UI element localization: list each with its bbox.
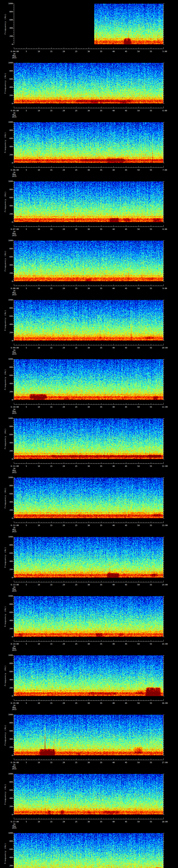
x-tick-mark: [14, 758, 14, 760]
x-tick-mark: [19, 404, 19, 404]
x-tick-mark: [103, 700, 104, 701]
y-tick-mark: [13, 479, 14, 480]
y-tick-mark: [13, 549, 14, 550]
x-tick-mark: [59, 582, 59, 582]
y-tick-mark: [13, 245, 14, 245]
y-tick-mark: [164, 833, 165, 833]
x-tick-mark: [128, 107, 129, 108]
y-tick-label: 1000: [5, 299, 13, 301]
y-tick-mark: [164, 596, 165, 596]
x-tick-mark: [134, 818, 134, 819]
y-tick-mark: [164, 435, 165, 435]
y-tick-mark: [164, 854, 164, 854]
y-tick-mark: [164, 103, 165, 104]
x-tick-label: 15: [50, 287, 52, 289]
x-tick-label: 40: [113, 702, 115, 704]
x-end-label: 16:00: [162, 702, 168, 704]
x-tick-mark: [98, 522, 99, 523]
x-tick-label: 20: [63, 51, 65, 53]
y-axis-title: Frequency (Hz): [4, 369, 6, 390]
x-tick-mark: [64, 166, 64, 167]
x-tick-mark: [91, 226, 91, 226]
x-tick-label: 30: [87, 406, 90, 408]
y-tick-mark: [13, 854, 14, 854]
x-tick-mark: [128, 345, 129, 345]
y-tick-label: 200: [5, 865, 13, 867]
x-axis-line: [14, 286, 164, 286]
x-tick-mark: [84, 226, 84, 226]
x-tick-mark: [98, 818, 99, 819]
y-tick-mark: [164, 145, 164, 145]
y-tick-mark: [164, 578, 165, 578]
spectrogram-plot: [14, 122, 164, 163]
x-tick-mark: [64, 284, 64, 286]
x-tick-mark: [51, 107, 52, 108]
x-tick-label: 35: [100, 821, 102, 823]
x-tick-mark: [16, 700, 17, 701]
x-tick-mark: [91, 107, 91, 108]
y-tick-label: 600: [5, 730, 13, 732]
y-axis-title: Frequency (Hz): [4, 665, 6, 686]
spectrogram-panel: Frequency (Hz) 02004006008001000 6:13:00…: [0, 537, 178, 596]
y-tick-mark: [13, 561, 14, 562]
y-tick-mark: [13, 596, 14, 596]
x-tick-mark: [91, 522, 91, 523]
y-tick-mark: [164, 692, 164, 692]
x-tick-mark: [109, 818, 109, 819]
x-tick-mark: [19, 463, 19, 464]
x-tick-mark: [153, 226, 154, 226]
y-tick-label: 800: [5, 603, 13, 605]
x-tick-mark: [59, 522, 59, 523]
y-tick-mark: [13, 367, 14, 368]
x-tick-mark: [111, 522, 111, 523]
spectrogram-plot: [14, 655, 164, 696]
y-tick-mark: [164, 126, 164, 127]
x-tick-mark: [109, 522, 109, 523]
x-tick-mark: [46, 107, 47, 108]
x-tick-mark: [71, 345, 71, 345]
x-tick-mark: [19, 107, 19, 108]
y-tick-mark: [13, 443, 14, 443]
x-tick-label: 55: [150, 110, 152, 112]
x-tick-mark: [59, 345, 59, 345]
y-tick-mark: [164, 441, 164, 441]
y-tick-mark: [13, 459, 14, 459]
x-tick-mark: [54, 700, 54, 701]
y-tick-mark: [164, 214, 165, 214]
y-tick-mark: [164, 576, 164, 576]
x-tick-mark: [96, 818, 96, 819]
x-tick-label: 40: [113, 110, 115, 112]
date-line: 2015: [12, 827, 17, 829]
y-tick-mark: [164, 858, 165, 858]
x-tick-label: 25: [75, 406, 77, 408]
x-tick-label: 20: [63, 465, 65, 467]
x-start-label: 6:08:00: [11, 287, 19, 289]
y-tick-mark: [164, 743, 164, 744]
x-tick-mark: [54, 107, 54, 108]
x-tick-mark: [111, 818, 111, 819]
x-tick-label: 55: [150, 821, 152, 823]
x-tick-mark: [71, 167, 71, 167]
y-tick-mark: [13, 629, 14, 629]
x-tick-mark: [161, 345, 161, 345]
x-tick-mark: [161, 226, 161, 226]
x-tick-mark: [146, 226, 146, 226]
x-tick-mark: [64, 818, 64, 819]
x-tick-label: 10: [38, 406, 40, 408]
y-tick-mark: [164, 479, 164, 480]
y-tick-mark: [13, 16, 14, 16]
x-end-label: 13:00: [162, 524, 168, 526]
y-tick-mark: [164, 443, 165, 443]
y-tick-mark: [164, 6, 164, 6]
y-tick-mark: [164, 696, 165, 696]
y-tick-label: 1000: [5, 595, 13, 597]
y-tick-label: 400: [5, 442, 13, 444]
x-tick-mark: [16, 641, 17, 641]
y-tick-label: 0: [5, 102, 13, 104]
x-tick-mark: [91, 48, 91, 49]
x-tick-label: 25: [75, 287, 77, 289]
x-tick-mark: [143, 285, 144, 286]
x-tick-label: 50: [137, 110, 140, 112]
y-tick-mark: [164, 153, 164, 153]
y-tick-mark: [13, 659, 14, 660]
